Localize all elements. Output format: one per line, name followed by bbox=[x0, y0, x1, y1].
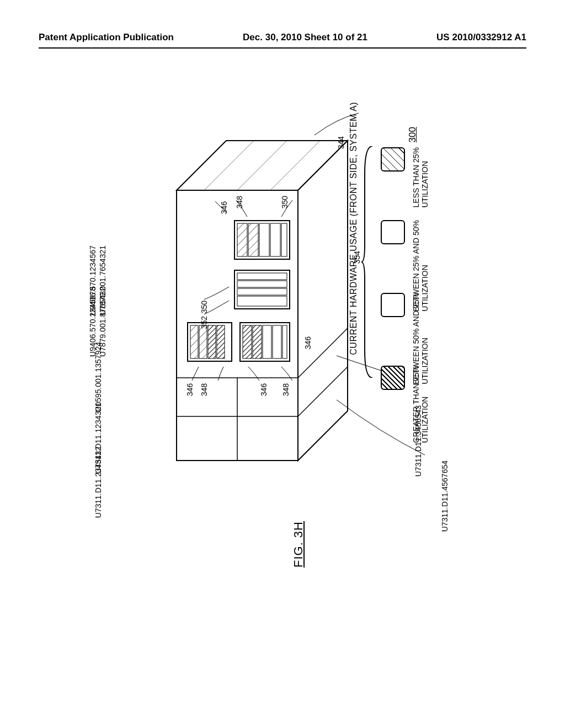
legend-brace-icon bbox=[361, 146, 375, 378]
ref-354: 354 bbox=[353, 251, 361, 264]
svg-rect-12 bbox=[259, 223, 269, 256]
svg-rect-11 bbox=[248, 223, 258, 256]
legend-label-lt25: LESS THAN 25% UTILIZATION bbox=[412, 147, 429, 207]
svg-rect-10 bbox=[237, 223, 247, 256]
rack-diagram bbox=[171, 124, 353, 466]
extra-label-1: U7311.D11.4567654 bbox=[440, 461, 449, 532]
figure-caption: FIG. 3H bbox=[291, 521, 306, 568]
header-rule bbox=[39, 47, 526, 49]
header-center: Dec. 30, 2010 Sheet 10 of 21 bbox=[243, 32, 367, 43]
ref-350-a: 350 bbox=[280, 196, 289, 208]
figure-number: 300 bbox=[407, 127, 418, 142]
legend-swatch-50-75 bbox=[381, 293, 405, 317]
svg-rect-30 bbox=[282, 325, 287, 358]
legend-item-50-75: BETWEEN 50% AND 75% UTILIZATION bbox=[381, 293, 519, 346]
ref-346-a: 346 bbox=[220, 201, 228, 214]
ref-352: 352 bbox=[200, 316, 209, 329]
svg-rect-17 bbox=[237, 281, 287, 287]
row-label-4: U0595.001.1357924 bbox=[94, 342, 103, 412]
shelf-2 bbox=[234, 270, 290, 309]
figure-stage: CURRENT HARDWARE USAGE (FRONT SIDE, SYST… bbox=[61, 97, 513, 593]
ref-348-a: 348 bbox=[235, 196, 244, 208]
ref-346-c: 346 bbox=[259, 383, 268, 396]
svg-rect-23 bbox=[208, 325, 216, 358]
header-right: US 2010/0332912 A1 bbox=[436, 32, 526, 43]
ref-346-b: 346 bbox=[185, 383, 194, 396]
legend-swatch-25-50 bbox=[381, 220, 405, 244]
svg-marker-4 bbox=[298, 141, 348, 461]
svg-rect-14 bbox=[281, 223, 287, 256]
svg-rect-13 bbox=[270, 223, 280, 256]
row-label-6: U7311.D11.2345432 bbox=[94, 447, 103, 518]
ref-344: 344 bbox=[337, 136, 345, 149]
legend-swatch-gt75 bbox=[381, 366, 405, 390]
ref-348-c: 348 bbox=[281, 383, 290, 396]
ref-346-d: 346 bbox=[303, 336, 312, 349]
svg-rect-29 bbox=[273, 325, 281, 358]
svg-rect-21 bbox=[190, 325, 198, 358]
legend-item-lt25: LESS THAN 25% UTILIZATION bbox=[381, 147, 519, 200]
legend-swatch-lt25 bbox=[381, 147, 405, 172]
ref-348-b: 348 bbox=[200, 383, 209, 396]
svg-rect-27 bbox=[253, 325, 262, 358]
legend-item-25-50: BETWEEN 25% AND 50% UTILIZATION bbox=[381, 220, 519, 273]
svg-rect-16 bbox=[237, 273, 287, 280]
ref-350-b: 350 bbox=[200, 301, 209, 313]
svg-rect-26 bbox=[243, 325, 252, 358]
header-left: Patent Application Publication bbox=[39, 32, 174, 43]
legend: LESS THAN 25% UTILIZATION BETWEEN 25% AN… bbox=[381, 147, 519, 438]
svg-rect-18 bbox=[237, 288, 287, 295]
svg-rect-22 bbox=[199, 325, 207, 358]
svg-rect-24 bbox=[217, 325, 225, 358]
legend-label-gt75: GREATER THAN 75% UTILIZATION bbox=[412, 366, 429, 443]
shelf-1 bbox=[234, 221, 290, 259]
svg-rect-28 bbox=[263, 325, 271, 358]
svg-rect-19 bbox=[237, 296, 287, 306]
rack-svg bbox=[171, 124, 353, 466]
legend-item-gt75: GREATER THAN 75% UTILIZATION bbox=[381, 366, 519, 419]
page-header: Patent Application Publication Dec. 30, … bbox=[0, 32, 565, 43]
